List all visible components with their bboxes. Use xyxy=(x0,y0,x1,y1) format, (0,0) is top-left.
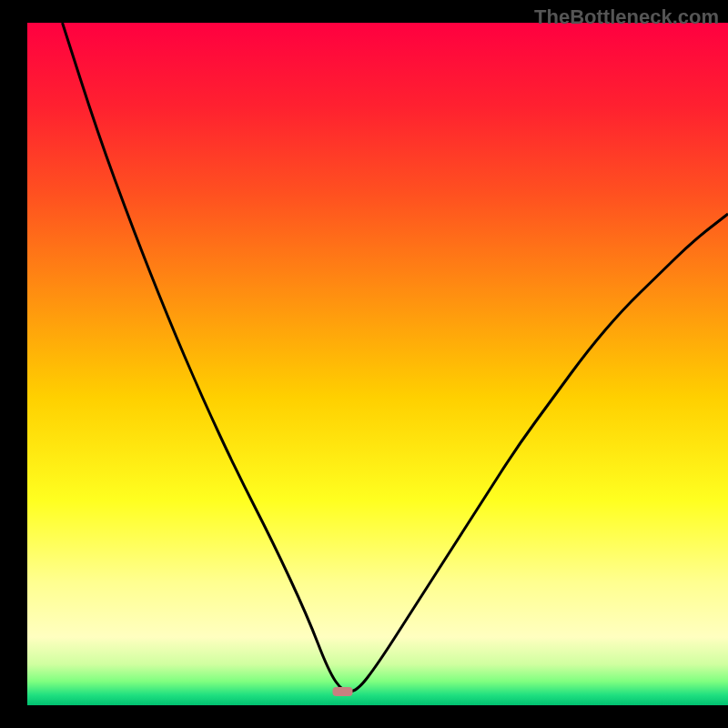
chart-container: TheBottleneck.com xyxy=(0,0,728,728)
bottleneck-chart xyxy=(0,0,728,728)
watermark-text: TheBottleneck.com xyxy=(534,5,719,29)
gradient-background xyxy=(27,23,728,705)
minimum-marker xyxy=(333,687,353,696)
